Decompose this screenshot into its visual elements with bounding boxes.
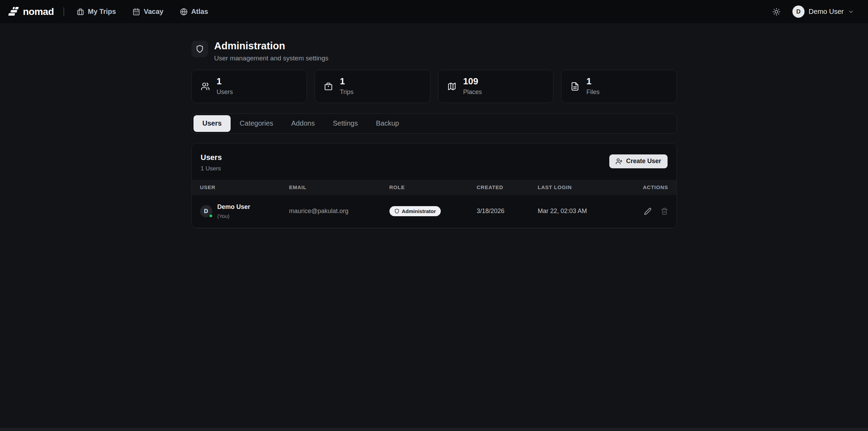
nav-item-label: My Trips xyxy=(88,8,116,16)
page-subtitle: User management and system settings xyxy=(214,54,329,62)
stat-card-files: 1 Files xyxy=(561,70,677,103)
file-text-icon xyxy=(570,82,579,91)
page-header: Administration User management and syste… xyxy=(191,41,677,62)
users-table-header: User Email Role Created Last Login Actio… xyxy=(192,180,677,195)
role-label: Administrator xyxy=(402,208,436,214)
briefcase-icon xyxy=(324,82,333,91)
online-status-dot xyxy=(209,214,213,218)
column-header-last-login: Last Login xyxy=(538,184,635,190)
stat-label: Files xyxy=(586,88,600,96)
stat-value: 109 xyxy=(463,77,482,86)
user-name: Demo User xyxy=(217,203,250,211)
nav-divider xyxy=(63,7,64,16)
actions-cell xyxy=(635,208,668,215)
brand-name: nomad xyxy=(23,6,54,17)
nav-item-atlas[interactable]: Atlas xyxy=(180,8,208,16)
panel-title: Users xyxy=(201,153,222,162)
briefcase-icon xyxy=(77,8,84,16)
nav-item-label: Atlas xyxy=(191,8,208,16)
column-header-actions: Actions xyxy=(635,184,668,190)
stat-value: 1 xyxy=(217,77,233,86)
pencil-icon xyxy=(644,208,652,215)
avatar: D xyxy=(200,205,212,217)
nav-item-vacay[interactable]: Vacay xyxy=(132,8,163,16)
calendar-icon xyxy=(132,8,140,16)
avatar-initial: D xyxy=(204,208,208,214)
tab-addons[interactable]: Addons xyxy=(282,115,324,132)
nav-item-my-trips[interactable]: My Trips xyxy=(77,8,116,16)
trash-icon xyxy=(661,208,668,215)
tab-backup[interactable]: Backup xyxy=(367,115,408,132)
nomad-logo-icon xyxy=(8,6,19,18)
user-plus-icon xyxy=(616,158,622,165)
globe-icon xyxy=(180,8,188,16)
stat-card-places: 109 Places xyxy=(438,70,554,103)
chevron-down-icon xyxy=(848,9,854,15)
shield-icon xyxy=(394,209,399,214)
top-navbar: nomad My Trips Vacay Atlas xyxy=(0,0,868,23)
theme-toggle-button[interactable] xyxy=(772,8,781,16)
main-content: Administration User management and syste… xyxy=(191,23,677,228)
column-header-email: Email xyxy=(289,184,389,190)
column-header-user: User xyxy=(200,184,289,190)
user-name: Demo User xyxy=(809,8,844,16)
stat-label: Trips xyxy=(340,88,353,96)
stats-grid: 1 Users 1 Trips 109 Places xyxy=(191,70,677,103)
user-menu[interactable]: D Demo User xyxy=(792,6,854,18)
stat-card-trips: 1 Trips xyxy=(315,70,430,103)
create-user-button[interactable]: Create User xyxy=(609,154,667,168)
stat-value: 1 xyxy=(340,77,353,86)
create-user-label: Create User xyxy=(626,158,661,165)
last-login-cell: Mar 22, 02:03 AM xyxy=(538,208,635,215)
role-cell: Administrator xyxy=(389,206,477,216)
column-header-role: Role xyxy=(389,184,477,190)
tab-settings[interactable]: Settings xyxy=(324,115,367,132)
users-count: 1 Users xyxy=(201,165,222,172)
scrollbar-horizontal-track[interactable] xyxy=(0,428,868,431)
table-row: D Demo User (You) maurice@pakulat.org Ad… xyxy=(192,195,677,228)
stat-label: Users xyxy=(217,88,233,96)
shield-icon xyxy=(191,41,208,57)
brand-logo[interactable]: nomad xyxy=(8,6,54,18)
edit-user-button[interactable] xyxy=(644,208,652,215)
users-panel: Users 1 Users Create User User Email Rol… xyxy=(191,143,677,228)
column-header-created: Created xyxy=(477,184,538,190)
tab-categories[interactable]: Categories xyxy=(231,115,282,132)
created-cell: 3/18/2026 xyxy=(477,208,538,215)
page-title: Administration xyxy=(214,41,329,52)
stat-label: Places xyxy=(463,88,482,96)
sun-icon xyxy=(772,8,781,16)
nav-item-label: Vacay xyxy=(144,8,163,16)
email-cell: maurice@pakulat.org xyxy=(289,208,389,215)
users-panel-header: Users 1 Users Create User xyxy=(192,143,677,180)
users-icon xyxy=(201,82,210,91)
user-cell: D Demo User (You) xyxy=(200,203,289,219)
tab-users[interactable]: Users xyxy=(194,115,231,132)
map-icon xyxy=(447,82,456,91)
admin-tabs: Users Categories Addons Settings Backup xyxy=(191,113,677,134)
you-label: (You) xyxy=(217,213,250,219)
stat-card-users: 1 Users xyxy=(191,70,307,103)
delete-user-button[interactable] xyxy=(661,208,668,215)
role-badge: Administrator xyxy=(389,206,441,216)
avatar: D xyxy=(792,6,805,18)
stat-value: 1 xyxy=(586,77,600,86)
